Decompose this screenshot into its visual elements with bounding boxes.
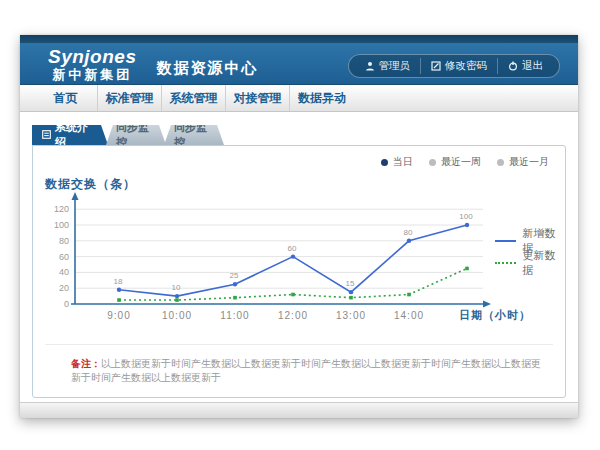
- data-point: [349, 290, 353, 294]
- radio-dot: [381, 159, 388, 166]
- radio-dot: [497, 159, 504, 166]
- data-point-label: 10: [172, 283, 181, 292]
- range-option-当日[interactable]: 当日: [381, 155, 413, 169]
- data-point: [407, 293, 411, 297]
- nav-item-标准管理[interactable]: 标准管理: [98, 85, 162, 111]
- data-point: [349, 296, 353, 300]
- data-point: [175, 294, 179, 298]
- data-point: [233, 296, 237, 300]
- x-axis-title: 日期（小时）: [459, 308, 531, 323]
- nav-item-对接管理[interactable]: 对接管理: [226, 85, 290, 111]
- data-point-label: 18: [114, 277, 123, 286]
- data-point: [407, 239, 411, 243]
- chart-legend: 新增数据更新数据: [495, 230, 565, 274]
- time-range-options: 当日最近一周最近一月: [381, 155, 549, 169]
- legend-line-sample: [495, 240, 516, 242]
- x-axis-arrow: [483, 301, 491, 308]
- document-icon: [42, 129, 51, 141]
- radio-dot: [429, 159, 436, 166]
- x-tick-label: 12:00: [278, 310, 308, 321]
- user-icon: [365, 61, 375, 71]
- y-tick-label: 100: [54, 220, 69, 230]
- nav-item-数据异动[interactable]: 数据异动: [290, 85, 354, 111]
- top-strip: [20, 35, 578, 43]
- app-header: Synjones 新中新集团 数据资源中心 管理员修改密码退出: [20, 43, 578, 85]
- y-tick-label: 80: [59, 236, 69, 246]
- tab-bar: 系统介绍同步监控同步监控: [32, 125, 566, 145]
- data-point: [465, 223, 469, 227]
- footnote-text: 以上数据更新于时间产生数据以上数据更新于时间产生数据以上数据更新于时间产生数据以…: [71, 358, 541, 383]
- legend-item-更新数据[interactable]: 更新数据: [495, 252, 565, 274]
- data-point: [465, 267, 469, 271]
- main-nav: 首页标准管理系统管理对接管理数据异动: [20, 85, 578, 112]
- range-option-最近一周[interactable]: 最近一周: [429, 155, 481, 169]
- user-menu: 管理员修改密码退出: [348, 54, 561, 78]
- x-tick-label: 9:00: [107, 310, 130, 321]
- data-point-label: 25: [230, 271, 239, 280]
- content-panel: 当日最近一周最近一月 数据交换（条） 0204060801001209:0010…: [32, 145, 566, 398]
- footnote-label: 备注：: [71, 358, 101, 369]
- tab-同步监控-2[interactable]: 同步监控: [164, 125, 224, 145]
- data-point: [175, 298, 179, 302]
- y-axis-arrow: [72, 192, 79, 200]
- user-menu-管理员[interactable]: 管理员: [355, 58, 421, 74]
- window-footer: [20, 402, 578, 418]
- power-icon: [508, 61, 518, 71]
- tab-同步监控-1[interactable]: 同步监控: [106, 125, 166, 145]
- data-point-label: 80: [404, 228, 413, 237]
- x-tick-label: 13:00: [336, 310, 366, 321]
- data-point: [291, 293, 295, 297]
- y-tick-label: 20: [59, 283, 69, 293]
- legend-line-sample: [495, 262, 516, 264]
- nav-item-系统管理[interactable]: 系统管理: [162, 85, 226, 111]
- data-point: [117, 298, 121, 302]
- edit-icon: [431, 61, 441, 71]
- data-point-label: 100: [459, 212, 473, 221]
- screenshot-canvas: Synjones 新中新集团 数据资源中心 管理员修改密码退出 首页标准管理系统…: [0, 0, 600, 450]
- logo-text-cn: 新中新集团: [48, 68, 136, 81]
- range-option-最近一月[interactable]: 最近一月: [497, 155, 549, 169]
- data-point: [117, 288, 121, 292]
- data-point-label: 15: [346, 279, 355, 288]
- data-point: [233, 282, 237, 286]
- footnote: 备注：以上数据更新于时间产生数据以上数据更新于时间产生数据以上数据更新于时间产生…: [45, 344, 553, 385]
- y-tick-label: 120: [54, 204, 69, 214]
- y-tick-label: 40: [59, 267, 69, 277]
- data-point: [291, 254, 295, 258]
- y-tick-label: 0: [64, 299, 69, 309]
- user-menu-退出[interactable]: 退出: [497, 58, 553, 74]
- tab-系统介绍-0[interactable]: 系统介绍: [32, 125, 108, 145]
- user-menu-修改密码[interactable]: 修改密码: [420, 58, 497, 74]
- logo-text-en: Synjones: [48, 47, 136, 66]
- app-window: Synjones 新中新集团 数据资源中心 管理员修改密码退出 首页标准管理系统…: [20, 35, 578, 418]
- y-tick-label: 60: [59, 252, 69, 262]
- company-logo: Synjones 新中新集团: [48, 47, 136, 81]
- x-tick-label: 10:00: [162, 310, 192, 321]
- nav-item-首页[interactable]: 首页: [34, 85, 98, 111]
- x-tick-label: 14:00: [394, 310, 424, 321]
- data-point-label: 60: [288, 244, 297, 253]
- x-tick-label: 11:00: [220, 310, 249, 321]
- page-title: 数据资源中心: [156, 59, 258, 78]
